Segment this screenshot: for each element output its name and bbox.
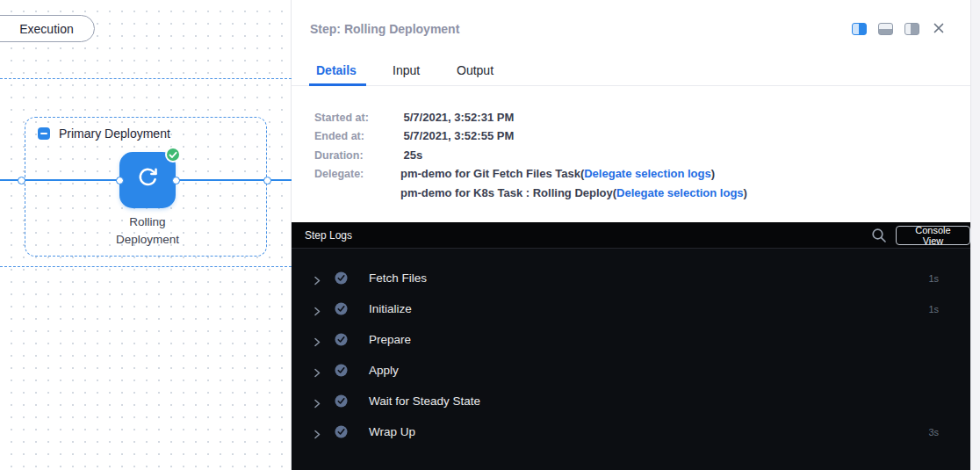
connector-dot[interactable] <box>172 177 180 184</box>
stage-boundary-top <box>0 78 292 79</box>
search-icon[interactable] <box>871 228 887 247</box>
tab-details[interactable]: Details <box>316 63 357 77</box>
delegate-selection-logs-link[interactable]: Delegate selection logs <box>616 186 744 199</box>
log-row-initialize[interactable]: Initialize 1s <box>292 293 970 324</box>
pipeline-execution-view: Execution Primary Deployment Roll <box>0 0 980 470</box>
delegate-selection-logs-link[interactable]: Delegate selection logs <box>584 167 711 180</box>
detail-value: 25s <box>403 148 422 162</box>
chevron-right-icon[interactable] <box>313 396 321 406</box>
detail-label: Duration: <box>314 149 400 162</box>
panel-tabs: Details Input Output <box>292 58 970 86</box>
check-circle-icon <box>335 364 348 377</box>
layout-split-bottom-icon[interactable] <box>878 23 893 35</box>
panel-layout-toggles <box>852 23 919 35</box>
connector-dot[interactable] <box>116 177 124 184</box>
check-circle-icon <box>335 425 348 438</box>
log-row-wait-for-steady-state[interactable]: Wait for Steady State <box>292 386 970 416</box>
delegate-line: pm-demo for Git Fetch Files Task(Delegat… <box>400 167 715 180</box>
stage-boundary-bottom <box>0 266 292 267</box>
close-icon[interactable] <box>933 22 947 36</box>
step-success-badge-icon <box>165 147 181 163</box>
step-logs-header: Step Logs Console View <box>292 222 970 249</box>
execution-canvas[interactable]: Execution Primary Deployment Roll <box>0 0 292 470</box>
connector-dot[interactable] <box>18 177 25 184</box>
log-row-duration: 3s <box>928 427 939 437</box>
connector-dot[interactable] <box>263 177 271 184</box>
step-logs-title: Step Logs <box>305 229 352 242</box>
scrollbar-gutter[interactable] <box>970 0 980 470</box>
log-row-label: Fetch Files <box>369 271 427 285</box>
detail-value: 5/7/2021, 3:52:31 PM <box>403 111 514 124</box>
detail-value: 5/7/2021, 3:52:55 PM <box>403 129 514 142</box>
stage-group-label: Primary Deployment <box>59 127 170 141</box>
active-tab-underline <box>309 83 366 86</box>
execution-breadcrumb-label: Execution <box>19 22 73 36</box>
detail-label: Ended at: <box>314 130 400 142</box>
log-row-duration: 1s <box>928 304 939 315</box>
log-row-label: Initialize <box>369 302 412 315</box>
chevron-right-icon[interactable] <box>313 273 321 283</box>
check-circle-icon <box>335 333 348 346</box>
console-view-button[interactable]: Console View <box>896 226 970 245</box>
log-row-label: Wait for Steady State <box>369 394 480 408</box>
check-circle-icon <box>335 302 348 315</box>
check-circle-icon <box>335 271 348 285</box>
log-row-fetch-files[interactable]: Fetch Files 1s <box>292 263 970 293</box>
layout-split-right-icon[interactable] <box>852 23 867 35</box>
log-row-label: Wrap Up <box>369 425 415 438</box>
chevron-right-icon[interactable] <box>313 335 321 344</box>
step-node-label: Rolling Deployment <box>84 213 211 249</box>
log-rows: Fetch Files 1s Initialize 1s Prepare <box>292 249 970 447</box>
chevron-right-icon[interactable] <box>313 427 321 437</box>
detail-row-delegate: Delegate: <box>314 168 400 180</box>
collapse-group-icon[interactable] <box>38 127 50 140</box>
detail-label: Started at: <box>314 112 400 124</box>
step-details-panel: Step: Rolling Deployment Details Input O… <box>292 0 970 470</box>
detail-row-duration: Duration: 25s <box>314 148 422 162</box>
log-row-prepare[interactable]: Prepare <box>292 324 970 355</box>
step-logs-panel: Step Logs Console View Fetch Files 1s <box>292 222 970 470</box>
refresh-icon <box>136 167 159 193</box>
log-row-duration: 1s <box>928 273 939 284</box>
execution-breadcrumb-pill[interactable]: Execution <box>0 15 95 42</box>
tab-input[interactable]: Input <box>393 63 420 77</box>
log-row-wrap-up[interactable]: Wrap Up 3s <box>292 416 970 447</box>
log-row-label: Prepare <box>369 333 411 346</box>
panel-title: Step: Rolling Deployment <box>310 22 459 36</box>
chevron-right-icon[interactable] <box>313 365 321 375</box>
detail-row-started: Started at: 5/7/2021, 3:52:31 PM <box>314 111 514 124</box>
detail-row-ended: Ended at: 5/7/2021, 3:52:55 PM <box>314 129 514 142</box>
check-circle-icon <box>335 394 348 408</box>
delegate-line: pm-demo for K8s Task : Rolling Deploy(De… <box>400 186 747 199</box>
tab-output[interactable]: Output <box>457 63 494 77</box>
chevron-right-icon[interactable] <box>313 304 321 314</box>
detail-label: Delegate: <box>314 168 400 180</box>
log-row-label: Apply <box>369 364 399 377</box>
log-row-apply[interactable]: Apply <box>292 355 970 386</box>
layout-drawer-right-icon[interactable] <box>904 23 919 35</box>
